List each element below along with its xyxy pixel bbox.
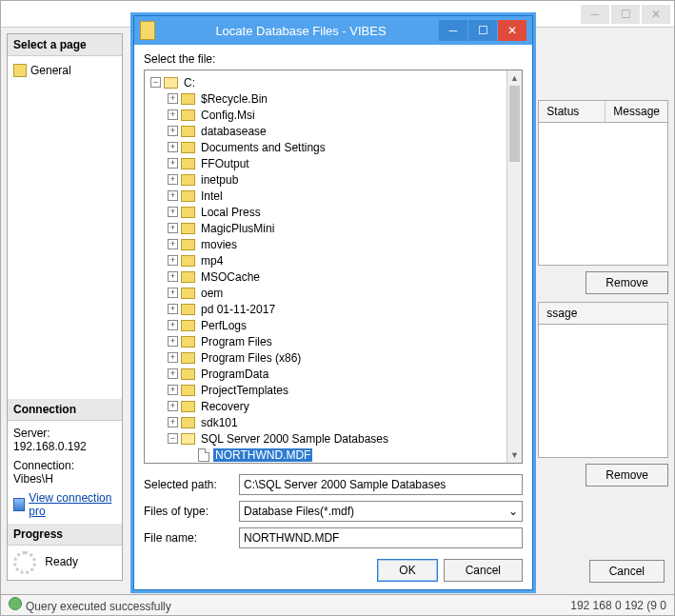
tree-node[interactable]: +mp4 (147, 252, 520, 268)
modal-maximize-button[interactable]: ☐ (468, 20, 497, 41)
folder-icon (181, 288, 195, 299)
expander-icon[interactable]: + (168, 239, 178, 249)
expander-icon[interactable]: + (168, 93, 178, 104)
expander-icon[interactable]: + (168, 352, 178, 363)
expander-icon[interactable]: + (168, 288, 178, 298)
connection-icon (13, 498, 25, 511)
tree-node[interactable]: +sdk101 (147, 414, 520, 430)
col-status[interactable]: Status (539, 101, 606, 122)
modal-close-button[interactable]: ✕ (498, 20, 526, 41)
tree-node[interactable]: +oem (147, 285, 520, 301)
tree-node[interactable]: +PerfLogs (147, 317, 520, 333)
tree-label: MagicPlusMini (199, 222, 276, 235)
cancel-button[interactable]: Cancel (444, 559, 523, 582)
folder-icon (181, 239, 195, 250)
expander-icon[interactable]: + (168, 304, 178, 314)
tree-node[interactable]: +Documents and Settings (147, 139, 520, 155)
expander-icon[interactable]: + (168, 336, 178, 347)
expander-icon[interactable]: + (168, 255, 178, 266)
minimize-button[interactable]: ─ (581, 5, 609, 24)
folder-icon (181, 433, 195, 445)
expander-icon[interactable]: + (168, 223, 178, 233)
expander-icon[interactable]: + (168, 109, 178, 120)
tree-label: MSOCache (199, 270, 262, 284)
tree-label: Documents and Settings (199, 141, 328, 154)
tree-node[interactable]: +Local Press (147, 204, 520, 220)
col-ssage[interactable]: ssage (539, 303, 667, 324)
folder-icon (181, 142, 195, 153)
expander-icon[interactable]: + (168, 401, 178, 411)
expander-icon[interactable]: + (168, 207, 178, 217)
tree-node[interactable]: +Config.Msi (147, 107, 520, 123)
folder-icon (181, 352, 195, 364)
tree-node[interactable]: +Program Files (147, 333, 520, 349)
tree-label: Program Files (199, 335, 274, 348)
tree-node[interactable]: −SQL Server 2000 Sample Databases (147, 430, 520, 447)
folder-icon (164, 77, 178, 89)
selected-path-field[interactable]: C:\SQL Server 2000 Sample Databases (239, 474, 523, 495)
files-type-dropdown[interactable]: Database Files(*.mdf) ⌄ (239, 501, 523, 522)
tree-node[interactable]: +FFOutput (147, 155, 520, 171)
tree-label: inetpub (199, 173, 240, 187)
file-name-field[interactable]: NORTHWND.MDF (239, 527, 523, 548)
expander-icon[interactable]: + (168, 320, 178, 330)
expander-icon[interactable]: + (168, 417, 178, 427)
back-cancel-button[interactable]: Cancel (589, 560, 665, 583)
tree-node[interactable]: +ProgramData (147, 366, 520, 382)
folder-icon (181, 93, 195, 105)
tree-node[interactable]: −C: (147, 74, 520, 90)
expander-blank (185, 449, 195, 460)
folder-icon (181, 385, 195, 396)
scroll-thumb[interactable] (509, 86, 520, 162)
tree-scrollbar[interactable]: ▲ ▼ (506, 70, 522, 463)
tree-node[interactable]: +Intel (147, 188, 520, 204)
tree-node[interactable]: +ProjectTemplates (147, 382, 520, 398)
expander-icon[interactable]: − (168, 433, 178, 444)
tree-label: ProjectTemplates (199, 384, 290, 397)
maximize-button[interactable]: ☐ (611, 5, 640, 24)
tree-node[interactable]: +MagicPlusMini (147, 220, 520, 236)
tree-node[interactable]: PUBS.MDF (147, 463, 520, 464)
expander-icon[interactable]: + (168, 158, 178, 169)
tree-node[interactable]: NORTHWND.MDF (147, 447, 520, 463)
expander-icon[interactable]: − (150, 77, 161, 88)
page-general[interactable]: General (13, 62, 116, 79)
folder-icon (181, 271, 195, 283)
scroll-down-icon[interactable]: ▼ (507, 447, 522, 463)
scroll-up-icon[interactable]: ▲ (507, 70, 522, 86)
remove-button-2[interactable]: Remove (586, 464, 668, 487)
tree-node[interactable]: +databasease (147, 123, 520, 139)
folder-icon (181, 158, 195, 169)
remove-button-1[interactable]: Remove (586, 271, 668, 294)
expander-icon[interactable]: + (168, 174, 178, 185)
tree-node[interactable]: +$Recycle.Bin (147, 90, 520, 107)
tree-label: NORTHWND.MDF (213, 448, 312, 462)
expander-icon[interactable]: + (168, 126, 178, 136)
files-type-label: Files of type: (144, 505, 239, 518)
tree-node[interactable]: +pd 01-11-2017 (147, 301, 520, 317)
file-tree[interactable]: −C:+$Recycle.Bin+Config.Msi+databasease+… (144, 70, 523, 464)
tree-node[interactable]: +inetpub (147, 171, 520, 188)
tree-node[interactable]: +Program Files (x86) (147, 349, 520, 366)
grid-header-2: ssage (538, 302, 668, 325)
expander-icon[interactable]: + (168, 271, 178, 282)
tree-node[interactable]: +MSOCache (147, 268, 520, 285)
col-message[interactable]: Message (606, 101, 667, 122)
expander-icon[interactable]: + (168, 142, 178, 152)
tree-label: mp4 (199, 254, 225, 268)
connection-header: Connection (8, 399, 122, 421)
close-button[interactable]: ✕ (642, 5, 670, 24)
expander-icon[interactable]: + (168, 190, 178, 201)
modal-titlebar[interactable]: Locate Database Files - VIBES ─ ☐ ✕ (134, 16, 532, 45)
modal-title: Locate Database Files - VIBES (163, 24, 439, 38)
tree-node[interactable]: +Recovery (147, 398, 520, 414)
tree-node[interactable]: +movies (147, 236, 520, 252)
chevron-down-icon: ⌄ (508, 505, 518, 518)
expander-icon[interactable]: + (168, 385, 178, 395)
view-connection-link[interactable]: View connection pro (29, 491, 116, 518)
expander-icon[interactable]: + (168, 368, 178, 379)
selected-path-label: Selected path: (144, 478, 239, 491)
folder-icon (181, 174, 195, 186)
ok-button[interactable]: OK (377, 559, 437, 582)
modal-minimize-button[interactable]: ─ (439, 20, 467, 41)
